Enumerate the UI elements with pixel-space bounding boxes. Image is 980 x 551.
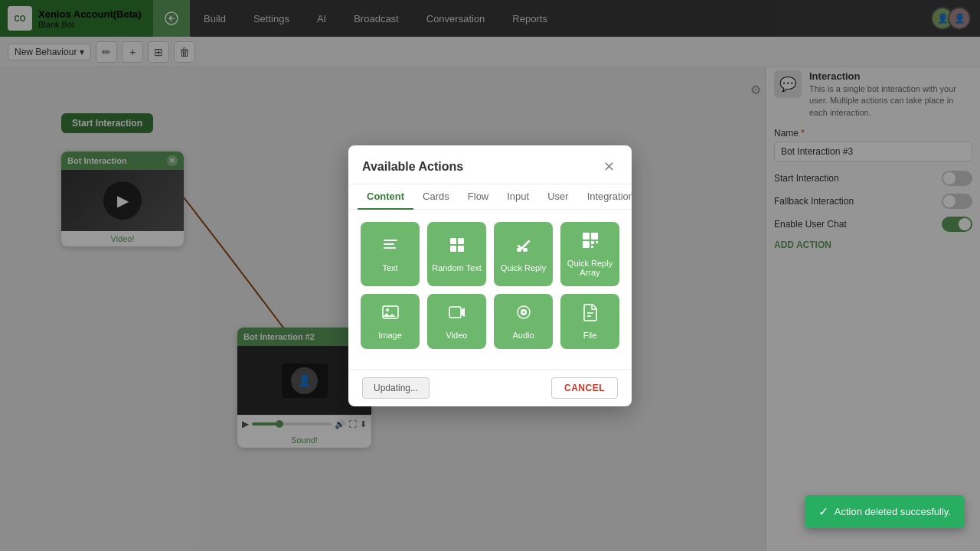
- svg-point-21: [522, 311, 524, 313]
- available-actions-dialog: Available Actions ✕ Content Cards Flow I…: [348, 145, 632, 406]
- action-quick-reply[interactable]: Quick Reply: [494, 222, 553, 286]
- action-image[interactable]: Image: [361, 294, 420, 349]
- text-icon: [381, 236, 400, 259]
- dialog-title: Available Actions: [362, 160, 463, 174]
- action-quick-reply-array[interactable]: Quick Reply Array: [560, 222, 619, 286]
- video-icon: [448, 303, 466, 326]
- dialog-footer: Updating... CANCEL: [348, 369, 632, 406]
- svg-rect-9: [523, 248, 528, 252]
- dialog-tabs: Content Cards Flow Input User Integratio…: [348, 184, 632, 210]
- file-icon: [581, 303, 599, 326]
- action-text[interactable]: Text: [361, 222, 420, 286]
- svg-rect-14: [596, 241, 598, 243]
- quick-reply-icon: [514, 236, 533, 259]
- random-text-icon: [448, 236, 466, 259]
- random-text-label: Random Text: [432, 263, 482, 272]
- action-random-text[interactable]: Random Text: [427, 222, 486, 286]
- file-label: File: [583, 331, 597, 340]
- quick-reply-array-icon: [581, 231, 599, 254]
- video-label: Video: [446, 331, 468, 340]
- action-file[interactable]: File: [560, 294, 619, 349]
- tab-flow[interactable]: Flow: [459, 184, 498, 210]
- toast-check-icon: ✓: [818, 504, 828, 519]
- action-audio[interactable]: Audio: [494, 294, 553, 349]
- svg-rect-18: [449, 307, 461, 318]
- tab-input[interactable]: Input: [498, 184, 538, 210]
- svg-rect-6: [450, 246, 456, 252]
- image-label: Image: [378, 331, 402, 340]
- modal-overlay[interactable]: Available Actions ✕ Content Cards Flow I…: [0, 0, 980, 551]
- svg-rect-2: [384, 243, 394, 245]
- updating-button: Updating...: [362, 377, 430, 399]
- svg-rect-7: [458, 246, 464, 252]
- dialog-body: Text Random Text: [348, 210, 632, 369]
- tab-user[interactable]: User: [538, 184, 577, 210]
- quick-reply-label: Quick Reply: [501, 263, 546, 272]
- tab-content[interactable]: Content: [358, 184, 413, 210]
- svg-rect-10: [583, 233, 590, 240]
- svg-rect-13: [591, 241, 594, 244]
- text-label: Text: [382, 263, 397, 272]
- svg-point-17: [386, 308, 389, 311]
- dialog-header: Available Actions ✕: [348, 145, 632, 184]
- svg-rect-15: [591, 246, 593, 248]
- svg-rect-1: [384, 240, 397, 241]
- svg-rect-11: [591, 233, 598, 240]
- svg-rect-8: [517, 248, 521, 252]
- svg-rect-5: [458, 238, 464, 244]
- svg-rect-12: [583, 241, 590, 248]
- action-grid-row2: Image Video: [361, 294, 619, 349]
- action-grid-row1: Text Random Text: [361, 222, 619, 286]
- cancel-button[interactable]: CANCEL: [551, 377, 618, 399]
- svg-rect-4: [450, 238, 456, 244]
- dialog-close-button[interactable]: ✕: [599, 158, 618, 176]
- quick-reply-array-label: Quick Reply Array: [565, 259, 615, 277]
- toast-notification: ✓ Action deleted succesfully.: [805, 495, 965, 528]
- toast-message: Action deleted succesfully.: [835, 506, 951, 517]
- image-icon: [381, 303, 400, 326]
- svg-rect-3: [384, 247, 396, 249]
- audio-icon: [514, 303, 533, 326]
- tab-integration[interactable]: Integration: [578, 184, 632, 210]
- audio-label: Audio: [512, 331, 534, 340]
- tab-cards[interactable]: Cards: [413, 184, 459, 210]
- action-video[interactable]: Video: [427, 294, 486, 349]
